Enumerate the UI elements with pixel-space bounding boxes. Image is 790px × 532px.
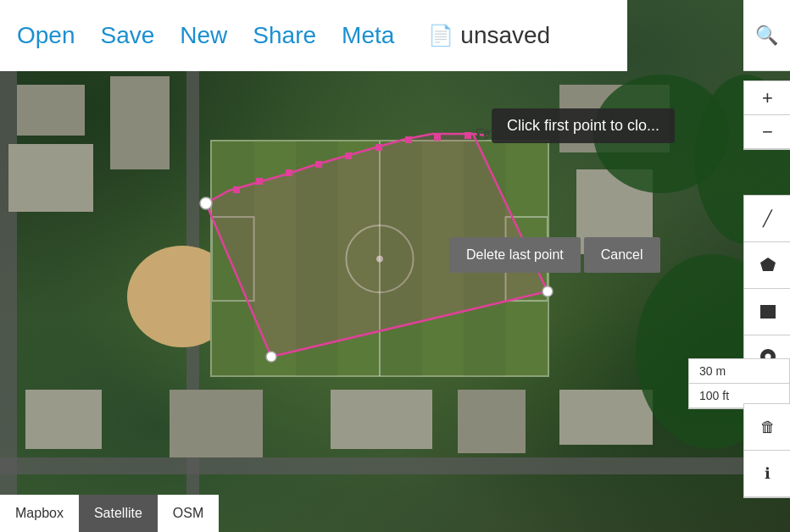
road-v1	[0, 71, 17, 532]
svg-marker-22	[760, 258, 776, 271]
building-4	[25, 390, 102, 449]
meta-menu[interactable]: Meta	[342, 22, 394, 49]
basemap-osm[interactable]: OSM	[158, 495, 219, 532]
tooltip-box: Click first point to clo...	[492, 108, 675, 143]
line-tool-icon: ╱	[763, 209, 772, 228]
scale-meters: 30 m	[689, 359, 789, 384]
info-icon: ℹ	[765, 464, 771, 483]
unsaved-area: 📄 unsaved	[428, 22, 550, 49]
share-menu[interactable]: Share	[253, 22, 316, 49]
unsaved-status: unsaved	[460, 22, 550, 49]
polygon-tool-button[interactable]	[744, 242, 790, 289]
building-1	[17, 85, 85, 136]
delete-last-point-button[interactable]: Delete last point	[449, 237, 581, 273]
building-2	[8, 144, 93, 212]
building-6	[331, 390, 432, 449]
top-bar: Open Save New Share Meta 📄 unsaved	[0, 0, 627, 71]
zoom-out-button[interactable]: −	[744, 115, 790, 149]
line-tool-button[interactable]: ╱	[744, 196, 790, 242]
drawing-tools: ╱	[743, 195, 790, 383]
save-menu[interactable]: Save	[101, 22, 155, 49]
new-menu[interactable]: New	[180, 22, 227, 49]
zoom-in-button[interactable]: +	[744, 81, 790, 115]
polygon-icon	[759, 256, 777, 274]
building-7	[458, 390, 526, 453]
svg-rect-6	[296, 141, 337, 376]
search-button[interactable]: 🔍	[743, 0, 790, 71]
zoom-controls: + −	[743, 80, 790, 150]
scale-bar: 30 m 100 ft	[688, 358, 790, 409]
tooltip-text: Click first point to clo...	[507, 117, 659, 134]
trash-icon: 🗑	[760, 418, 776, 436]
open-menu[interactable]: Open	[17, 22, 75, 49]
basemap-mapbox[interactable]: Mapbox	[0, 495, 79, 532]
building-3	[110, 76, 170, 169]
info-button[interactable]: ℹ	[744, 451, 790, 497]
building-8	[559, 390, 653, 445]
svg-rect-5	[212, 141, 253, 376]
rectangle-icon	[759, 304, 776, 319]
basemap-satellite[interactable]: Satellite	[79, 495, 158, 532]
svg-rect-23	[760, 305, 776, 319]
basemap-bar: Mapbox Satellite OSM	[0, 495, 219, 532]
cancel-button[interactable]: Cancel	[584, 237, 660, 273]
cursor-hand: ☞	[475, 120, 496, 148]
road	[0, 457, 790, 474]
action-buttons: Delete last point Cancel	[449, 237, 660, 273]
document-icon: 📄	[428, 24, 453, 47]
rectangle-tool-button[interactable]	[744, 289, 790, 335]
map-container[interactable]: ☞	[0, 0, 790, 532]
svg-rect-7	[380, 141, 421, 376]
search-icon: 🔍	[755, 25, 778, 47]
trash-button[interactable]: 🗑	[744, 404, 790, 451]
building-5	[170, 390, 263, 457]
bottom-tools: 🗑 ℹ	[743, 403, 790, 498]
